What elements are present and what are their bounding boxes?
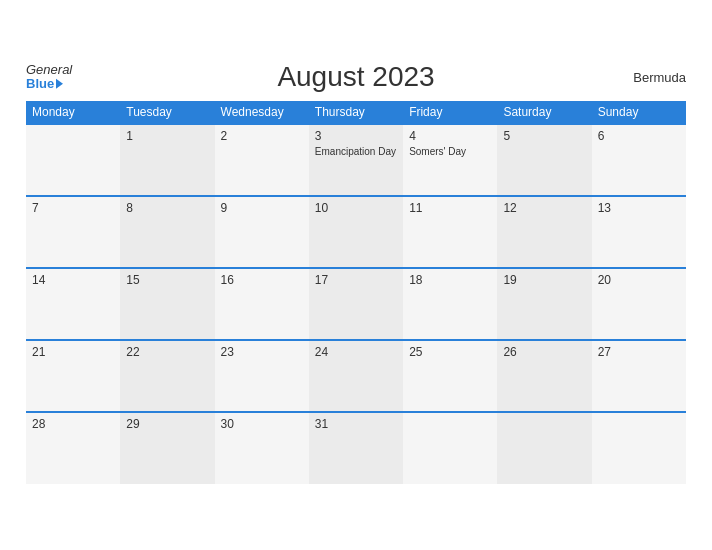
calendar-cell: 5: [497, 124, 591, 196]
calendar-cell: 28: [26, 412, 120, 484]
day-number: 6: [598, 129, 680, 143]
weekday-header-monday: Monday: [26, 101, 120, 124]
calendar-cell: 9: [215, 196, 309, 268]
calendar-cell: 22: [120, 340, 214, 412]
day-number: 28: [32, 417, 114, 431]
day-number: 16: [221, 273, 303, 287]
calendar-thead: MondayTuesdayWednesdayThursdayFridaySatu…: [26, 101, 686, 124]
calendar-cell: 2: [215, 124, 309, 196]
calendar-cell: 20: [592, 268, 686, 340]
day-number: 15: [126, 273, 208, 287]
day-number: 20: [598, 273, 680, 287]
calendar-cell: 19: [497, 268, 591, 340]
calendar-cell: 24: [309, 340, 403, 412]
day-number: 13: [598, 201, 680, 215]
day-number: 24: [315, 345, 397, 359]
day-number: 19: [503, 273, 585, 287]
calendar-cell: 25: [403, 340, 497, 412]
logo: General Blue: [26, 63, 72, 92]
calendar-cell: 15: [120, 268, 214, 340]
weekday-header-sunday: Sunday: [592, 101, 686, 124]
week-row-3: 14151617181920: [26, 268, 686, 340]
calendar-container: General Blue August 2023 Bermuda MondayT…: [11, 51, 701, 499]
day-number: 14: [32, 273, 114, 287]
logo-blue-label: Blue: [26, 77, 54, 91]
weekday-header-thursday: Thursday: [309, 101, 403, 124]
day-number: 12: [503, 201, 585, 215]
day-number: 31: [315, 417, 397, 431]
day-number: 11: [409, 201, 491, 215]
weekday-header-friday: Friday: [403, 101, 497, 124]
week-row-4: 21222324252627: [26, 340, 686, 412]
calendar-cell: 31: [309, 412, 403, 484]
logo-triangle-icon: [56, 79, 63, 89]
day-number: 21: [32, 345, 114, 359]
calendar-cell: [403, 412, 497, 484]
calendar-cell: 30: [215, 412, 309, 484]
day-number: 1: [126, 129, 208, 143]
week-row-5: 28293031: [26, 412, 686, 484]
calendar-cell: [26, 124, 120, 196]
calendar-title: August 2023: [277, 61, 434, 93]
calendar-cell: 7: [26, 196, 120, 268]
day-number: 29: [126, 417, 208, 431]
calendar-cell: 12: [497, 196, 591, 268]
calendar-cell: 26: [497, 340, 591, 412]
calendar-header: General Blue August 2023 Bermuda: [26, 61, 686, 93]
calendar-cell: 1: [120, 124, 214, 196]
day-number: 17: [315, 273, 397, 287]
day-number: 3: [315, 129, 397, 143]
weekday-header-wednesday: Wednesday: [215, 101, 309, 124]
calendar-cell: 4Somers' Day: [403, 124, 497, 196]
day-number: 25: [409, 345, 491, 359]
calendar-cell: [497, 412, 591, 484]
calendar-cell: 16: [215, 268, 309, 340]
calendar-cell: 23: [215, 340, 309, 412]
day-number: 23: [221, 345, 303, 359]
day-number: 2: [221, 129, 303, 143]
day-number: 5: [503, 129, 585, 143]
region-label: Bermuda: [633, 70, 686, 85]
day-event: Emancipation Day: [315, 145, 397, 158]
calendar-cell: 27: [592, 340, 686, 412]
calendar-cell: 21: [26, 340, 120, 412]
calendar-cell: 29: [120, 412, 214, 484]
day-number: 9: [221, 201, 303, 215]
calendar-cell: 18: [403, 268, 497, 340]
day-event: Somers' Day: [409, 145, 491, 158]
day-number: 8: [126, 201, 208, 215]
day-number: 22: [126, 345, 208, 359]
logo-general-text: General: [26, 63, 72, 77]
day-number: 7: [32, 201, 114, 215]
day-number: 26: [503, 345, 585, 359]
calendar-cell: 8: [120, 196, 214, 268]
calendar-cell: [592, 412, 686, 484]
day-number: 27: [598, 345, 680, 359]
calendar-cell: 13: [592, 196, 686, 268]
day-number: 18: [409, 273, 491, 287]
weekday-header-tuesday: Tuesday: [120, 101, 214, 124]
calendar-cell: 3Emancipation Day: [309, 124, 403, 196]
calendar-table: MondayTuesdayWednesdayThursdayFridaySatu…: [26, 101, 686, 484]
week-row-1: 123Emancipation Day4Somers' Day56: [26, 124, 686, 196]
calendar-cell: 11: [403, 196, 497, 268]
day-number: 10: [315, 201, 397, 215]
weekday-header-saturday: Saturday: [497, 101, 591, 124]
weekday-header-row: MondayTuesdayWednesdayThursdayFridaySatu…: [26, 101, 686, 124]
calendar-tbody: 123Emancipation Day4Somers' Day567891011…: [26, 124, 686, 484]
logo-blue-text: Blue: [26, 77, 63, 91]
calendar-cell: 17: [309, 268, 403, 340]
calendar-cell: 10: [309, 196, 403, 268]
day-number: 30: [221, 417, 303, 431]
week-row-2: 78910111213: [26, 196, 686, 268]
calendar-cell: 6: [592, 124, 686, 196]
day-number: 4: [409, 129, 491, 143]
calendar-cell: 14: [26, 268, 120, 340]
